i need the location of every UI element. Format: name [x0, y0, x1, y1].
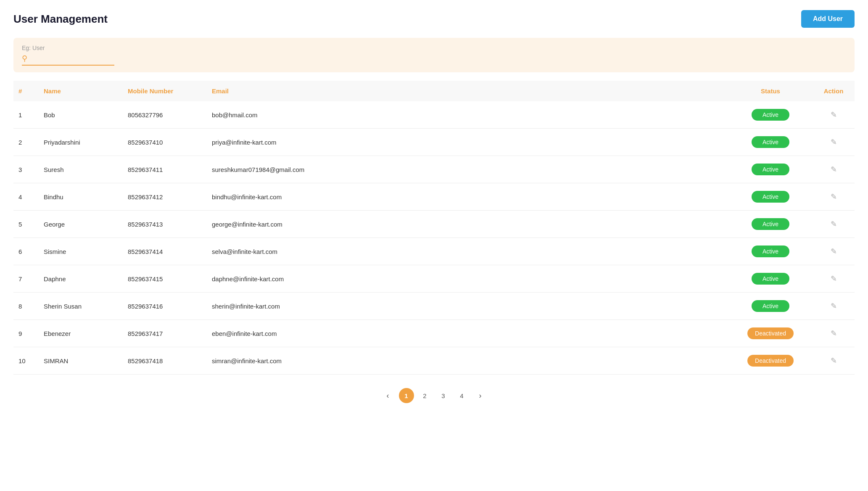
cell-action: ✎: [813, 320, 855, 347]
cell-action: ✎: [813, 156, 855, 183]
cell-status: Active: [728, 211, 813, 238]
page-container: User Management Add User Eg: User ⚲ # Na…: [0, 0, 868, 491]
page-title: User Management: [13, 13, 108, 26]
cell-name: Bindhu: [39, 183, 123, 211]
edit-icon[interactable]: ✎: [831, 165, 837, 174]
cell-mobile: 8056327796: [123, 101, 207, 129]
edit-icon[interactable]: ✎: [831, 219, 837, 229]
cell-action: ✎: [813, 101, 855, 129]
cell-mobile: 8529637411: [123, 156, 207, 183]
cell-status: Active: [728, 293, 813, 320]
table-row: 8 Sherin Susan 8529637416 sherin@infinit…: [13, 293, 855, 320]
add-user-button[interactable]: Add User: [801, 10, 855, 28]
table-row: 1 Bob 8056327796 bob@hmail.com Active ✎: [13, 101, 855, 129]
pagination-page-4-button[interactable]: 4: [454, 388, 470, 403]
cell-status: Deactivated: [728, 347, 813, 375]
status-badge: Active: [752, 218, 789, 230]
table-row: 10 SIMRAN 8529637418 simran@infinite-kar…: [13, 347, 855, 375]
cell-action: ✎: [813, 238, 855, 265]
pagination-page-1-button[interactable]: 1: [399, 388, 414, 403]
cell-email: george@infinite-kart.com: [207, 211, 728, 238]
cell-status: Active: [728, 183, 813, 211]
cell-email: bindhu@infinite-kart.com: [207, 183, 728, 211]
edit-icon[interactable]: ✎: [831, 329, 837, 338]
search-icon: ⚲: [22, 54, 27, 63]
col-header-email: Email: [207, 81, 728, 101]
cell-email: eben@infinite-kart.com: [207, 320, 728, 347]
status-badge: Active: [752, 246, 789, 257]
cell-name: Ebenezer: [39, 320, 123, 347]
edit-icon[interactable]: ✎: [831, 356, 837, 365]
cell-email: sureshkumar071984@gmail.com: [207, 156, 728, 183]
users-table: # Name Mobile Number Email Status Action…: [13, 81, 855, 375]
status-badge: Deactivated: [747, 355, 794, 367]
cell-email: bob@hmail.com: [207, 101, 728, 129]
edit-icon[interactable]: ✎: [831, 247, 837, 256]
status-badge: Deactivated: [747, 327, 794, 339]
search-section: Eg: User ⚲: [13, 38, 855, 72]
status-badge: Active: [752, 300, 789, 312]
cell-email: selva@infinite-kart.com: [207, 238, 728, 265]
cell-mobile: 8529637418: [123, 347, 207, 375]
pagination-prev-button[interactable]: ‹: [380, 388, 396, 403]
cell-id: 9: [13, 320, 39, 347]
cell-name: Bob: [39, 101, 123, 129]
table-row: 9 Ebenezer 8529637417 eben@infinite-kart…: [13, 320, 855, 347]
status-badge: Active: [752, 191, 789, 203]
edit-icon[interactable]: ✎: [831, 110, 837, 119]
cell-mobile: 8529637416: [123, 293, 207, 320]
pagination-next-button[interactable]: ›: [473, 388, 488, 403]
table-row: 7 Daphne 8529637415 daphne@infinite-kart…: [13, 265, 855, 293]
col-header-status: Status: [728, 81, 813, 101]
cell-status: Active: [728, 265, 813, 293]
search-label: Eg: User: [22, 45, 846, 51]
cell-name: Sismine: [39, 238, 123, 265]
pagination-page-3-button[interactable]: 3: [436, 388, 451, 403]
cell-email: daphne@infinite-kart.com: [207, 265, 728, 293]
edit-icon[interactable]: ✎: [831, 192, 837, 201]
cell-email: simran@infinite-kart.com: [207, 347, 728, 375]
col-header-mobile: Mobile Number: [123, 81, 207, 101]
cell-mobile: 8529637412: [123, 183, 207, 211]
search-input-wrapper: ⚲: [22, 54, 114, 66]
table-header-row: # Name Mobile Number Email Status Action: [13, 81, 855, 101]
cell-action: ✎: [813, 183, 855, 211]
table-container: # Name Mobile Number Email Status Action…: [13, 81, 855, 375]
search-input[interactable]: [29, 55, 114, 62]
status-badge: Active: [752, 164, 789, 175]
cell-mobile: 8529637410: [123, 129, 207, 156]
cell-name: Sherin Susan: [39, 293, 123, 320]
cell-name: George: [39, 211, 123, 238]
edit-icon[interactable]: ✎: [831, 301, 837, 311]
cell-name: Suresh: [39, 156, 123, 183]
edit-icon[interactable]: ✎: [831, 137, 837, 147]
cell-id: 3: [13, 156, 39, 183]
cell-action: ✎: [813, 129, 855, 156]
col-header-name: Name: [39, 81, 123, 101]
cell-action: ✎: [813, 293, 855, 320]
cell-name: SIMRAN: [39, 347, 123, 375]
header: User Management Add User: [13, 10, 855, 28]
status-badge: Active: [752, 109, 789, 121]
cell-status: Active: [728, 129, 813, 156]
pagination-page-2-button[interactable]: 2: [417, 388, 433, 403]
table-row: 5 George 8529637413 george@infinite-kart…: [13, 211, 855, 238]
cell-id: 4: [13, 183, 39, 211]
status-badge: Active: [752, 136, 789, 148]
cell-name: Daphne: [39, 265, 123, 293]
edit-icon[interactable]: ✎: [831, 274, 837, 283]
cell-email: sherin@infinite-kart.com: [207, 293, 728, 320]
status-badge: Active: [752, 273, 789, 285]
cell-status: Active: [728, 156, 813, 183]
cell-action: ✎: [813, 347, 855, 375]
table-row: 4 Bindhu 8529637412 bindhu@infinite-kart…: [13, 183, 855, 211]
cell-id: 7: [13, 265, 39, 293]
cell-mobile: 8529637415: [123, 265, 207, 293]
table-row: 6 Sismine 8529637414 selva@infinite-kart…: [13, 238, 855, 265]
table-row: 3 Suresh 8529637411 sureshkumar071984@gm…: [13, 156, 855, 183]
cell-status: Deactivated: [728, 320, 813, 347]
cell-action: ✎: [813, 211, 855, 238]
cell-status: Active: [728, 101, 813, 129]
cell-id: 5: [13, 211, 39, 238]
cell-mobile: 8529637417: [123, 320, 207, 347]
